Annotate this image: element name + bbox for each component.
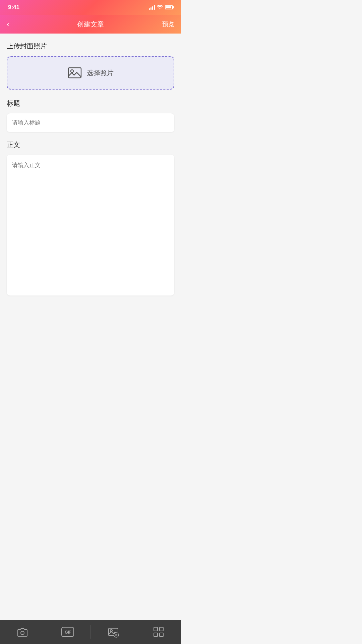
upload-section-label: 上传封面照片 <box>7 42 174 51</box>
body-input-box <box>7 155 174 296</box>
title-input[interactable] <box>12 119 169 126</box>
choose-photo-label: 选择照片 <box>87 68 114 77</box>
preview-button[interactable]: 预览 <box>161 20 174 28</box>
svg-rect-0 <box>68 68 81 78</box>
status-icons <box>149 5 173 10</box>
header: ‹ 创建文章 预览 <box>0 15 181 34</box>
content-area: 上传封面照片 选择照片 标题 正文 <box>0 34 181 296</box>
signal-icon <box>149 5 155 10</box>
battery-icon <box>165 5 173 9</box>
body-textarea[interactable] <box>12 161 169 288</box>
title-section: 标题 <box>7 99 174 132</box>
title-section-label: 标题 <box>7 99 174 108</box>
body-section: 正文 <box>7 140 174 296</box>
photo-upload-button[interactable]: 选择照片 <box>7 56 174 90</box>
back-button[interactable]: ‹ <box>7 19 20 29</box>
body-section-label: 正文 <box>7 140 174 149</box>
status-time: 9:41 <box>8 4 19 11</box>
wifi-icon <box>157 5 163 10</box>
page-title: 创建文章 <box>20 20 161 29</box>
status-bar: 9:41 <box>0 0 181 15</box>
svg-point-1 <box>71 70 73 72</box>
title-input-box <box>7 113 174 132</box>
image-placeholder-icon <box>67 65 82 80</box>
